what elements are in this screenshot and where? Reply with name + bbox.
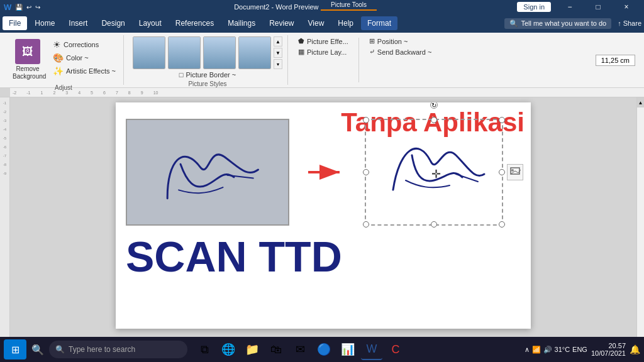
- sign-in-button[interactable]: Sign in: [517, 2, 551, 12]
- language-display: ENG: [572, 346, 587, 353]
- style-thumb-3[interactable]: [203, 36, 236, 69]
- backward-icon: ⤶: [369, 48, 375, 56]
- handle-ml[interactable]: [363, 169, 369, 175]
- picture-layout-button[interactable]: ▦ Picture Lay...: [296, 47, 351, 57]
- handle-br[interactable]: [499, 221, 505, 228]
- arrow-right: [308, 163, 346, 182]
- tray-up-arrow[interactable]: ∧: [525, 346, 530, 354]
- menu-view[interactable]: View: [302, 16, 331, 30]
- signatures-row: ↻: [126, 119, 521, 226]
- menu-file[interactable]: File: [3, 16, 27, 30]
- taskbar-search-placeholder: Type here to search: [69, 345, 135, 354]
- picture-effects-button[interactable]: ⬟ Picture Effe...: [296, 36, 351, 46]
- scroll-up-button[interactable]: ▲: [637, 97, 644, 107]
- effects-icon: ⬟: [298, 37, 304, 45]
- menu-design[interactable]: Design: [95, 16, 131, 30]
- taskbar-widgets[interactable]: ⧉: [194, 339, 215, 360]
- result-signature-box: ✛: [365, 119, 503, 226]
- notification-button[interactable]: 🔔: [630, 344, 640, 354]
- handle-tl[interactable]: [363, 117, 369, 123]
- share-button[interactable]: ↑ Share: [618, 19, 641, 27]
- position-icon: ⊞: [369, 37, 375, 45]
- style-down-button[interactable]: ▼: [274, 48, 282, 58]
- style-thumb-1[interactable]: [133, 36, 165, 69]
- ribbon: 🖼 Remove Background ☀ Corrections 🎨 Colo…: [0, 33, 644, 88]
- taskbar-explorer[interactable]: 📁: [242, 339, 263, 360]
- handle-bl[interactable]: [363, 221, 369, 228]
- color-icon: 🎨: [53, 53, 64, 63]
- corrections-button[interactable]: ☀ Corrections: [50, 39, 118, 50]
- send-backward-button[interactable]: ⤶ Send Backward ~: [367, 47, 435, 57]
- clock: 20.57 10/07/2021: [591, 342, 626, 357]
- word-page: Tanpa Aplikasi: [116, 102, 531, 329]
- system-tray-icons: ∧ 📶 🔊 31°C ENG: [525, 346, 587, 354]
- volume-icon: 🔊: [543, 346, 552, 354]
- menu-layout[interactable]: Layout: [133, 16, 168, 30]
- taskbar: ⊞ 🔍 🔍 Type here to search ⧉ 🌐 📁 🛍 ✉ 🔵 📊 …: [0, 337, 644, 362]
- scan-ttd-text: SCAN TTD: [126, 232, 521, 281]
- menu-insert[interactable]: Insert: [62, 16, 94, 30]
- corrections-icon: ☀: [53, 40, 61, 50]
- vertical-scrollbar[interactable]: ▲ ▼: [636, 97, 644, 348]
- move-cursor-icon: ✛: [431, 167, 441, 181]
- menu-bar: File Home Insert Design Layout Reference…: [0, 14, 644, 33]
- document-work-area: -1 -2 -3 -4 -5 -6 -7 -8 -9 Tanpa Aplikas…: [0, 97, 644, 348]
- search-button[interactable]: 🔍: [29, 341, 47, 358]
- handle-mr[interactable]: [499, 169, 505, 175]
- menu-format[interactable]: Format: [361, 16, 397, 30]
- taskbar-right: ∧ 📶 🔊 31°C ENG 20.57 10/07/2021 🔔: [525, 342, 640, 357]
- share-icon: ↑: [618, 19, 621, 27]
- taskbar-word[interactable]: W: [361, 339, 382, 360]
- vertical-ruler: -1 -2 -3 -4 -5 -6 -7 -8 -9: [0, 97, 10, 348]
- menu-mailings[interactable]: Mailings: [221, 16, 262, 30]
- document-scroll-area[interactable]: Tanpa Aplikasi: [10, 97, 636, 348]
- styles-arrows: ▲ ▼ ▾: [274, 36, 282, 69]
- horizontal-ruler-area: -2 -1 1 2 3 4 5 6 7 8 9 10: [0, 88, 644, 97]
- close-button[interactable]: ×: [613, 0, 640, 14]
- artistic-effects-button[interactable]: ✨ Artistic Effects ~: [50, 65, 118, 77]
- start-button[interactable]: ⊞: [4, 339, 26, 359]
- picture-border-button[interactable]: □ Picture Border ~: [177, 70, 238, 79]
- taskbar-cortana[interactable]: C: [385, 339, 406, 360]
- original-signature-box: [126, 119, 289, 226]
- taskbar-search[interactable]: 🔍 Type here to search: [49, 341, 187, 358]
- remove-bg-icon: 🖼: [15, 39, 40, 64]
- date-display: 10/07/2021: [591, 349, 626, 357]
- word-icon: W: [4, 3, 11, 12]
- style-thumb-4[interactable]: [238, 36, 271, 69]
- taskbar-chrome[interactable]: 🔵: [313, 339, 335, 360]
- tell-me-search[interactable]: 🔍 Tell me what you want to do: [504, 18, 611, 29]
- title-bar-left: W 💾 ↩ ↪: [4, 3, 40, 12]
- picture-tools-label: Picture Tools: [321, 0, 377, 11]
- minimize-button[interactable]: −: [556, 0, 584, 14]
- position-button[interactable]: ⊞ Position ~: [367, 36, 435, 46]
- taskbar-edge[interactable]: 🌐: [218, 339, 239, 360]
- style-more-button[interactable]: ▾: [274, 59, 282, 69]
- taskbar-excel[interactable]: 📊: [337, 339, 358, 360]
- adjust-label: Adjust: [55, 83, 72, 91]
- temp-display: 31°C: [555, 346, 570, 353]
- remove-background-button[interactable]: 🖼 Remove Background: [9, 36, 47, 83]
- taskbar-mail[interactable]: ✉: [289, 339, 311, 360]
- maximize-button[interactable]: □: [584, 0, 612, 14]
- original-signature-drawing: [138, 118, 277, 227]
- network-icon: 📶: [532, 346, 541, 354]
- menu-home[interactable]: Home: [28, 16, 61, 30]
- picture-styles-label: Picture Styles: [188, 79, 226, 87]
- search-icon: 🔍: [509, 19, 518, 28]
- menu-help[interactable]: Help: [331, 16, 360, 30]
- style-thumb-2[interactable]: [168, 36, 201, 69]
- handle-bm[interactable]: [431, 221, 437, 228]
- menu-review[interactable]: Review: [263, 16, 300, 30]
- result-signature-container: ↻: [365, 119, 503, 226]
- taskbar-apps: ⧉ 🌐 📁 🛍 ✉ 🔵 📊 W C: [194, 339, 406, 360]
- format-float-icon[interactable]: [507, 164, 523, 180]
- style-up-button[interactable]: ▲: [274, 36, 282, 47]
- svg-point-3: [511, 169, 514, 172]
- color-button[interactable]: 🎨 Color ~: [50, 52, 118, 63]
- time-display: 20.57: [591, 342, 626, 349]
- taskbar-store[interactable]: 🛍: [265, 339, 287, 360]
- handle-tm[interactable]: [431, 117, 437, 123]
- handle-tr[interactable]: [499, 117, 505, 123]
- menu-references[interactable]: References: [169, 16, 220, 30]
